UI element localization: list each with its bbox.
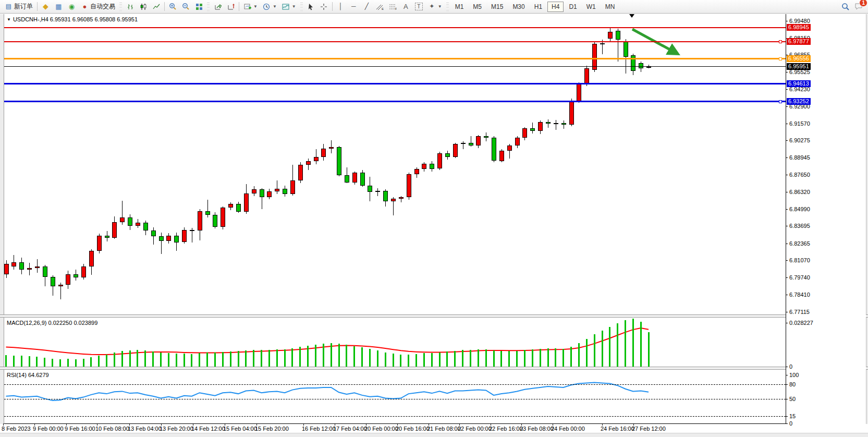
indicator-list-button[interactable]	[211, 1, 224, 13]
candle-chart-mode-button[interactable]	[137, 1, 150, 13]
macd-histogram-bar	[191, 354, 192, 367]
dropdown-caret-icon: ▼	[438, 4, 442, 9]
timeframe-button-m1[interactable]: M1	[451, 2, 468, 12]
time-label: 21 Feb 08:00	[427, 426, 461, 432]
text-label-tool-button[interactable]: T	[412, 1, 425, 13]
zoom-in-button[interactable]	[166, 1, 179, 13]
macd-histogram-bar	[114, 353, 115, 367]
zoom-out-button[interactable]	[179, 1, 192, 13]
macd-histogram-bar	[284, 349, 286, 367]
candle	[213, 215, 217, 227]
candle	[445, 153, 450, 157]
macd-histogram-bar	[5, 355, 7, 367]
tile-windows-button[interactable]	[192, 1, 205, 13]
template-button[interactable]: ▼	[279, 1, 299, 13]
macd-histogram-bar	[400, 355, 401, 367]
cursor-tool-button[interactable]	[304, 1, 317, 13]
price-line[interactable]	[4, 101, 786, 102]
candle	[407, 174, 411, 198]
macd-histogram-bar	[98, 356, 100, 367]
vertical-line-tool-button[interactable]: │	[334, 1, 347, 13]
price-tick-label: 6.79740	[789, 274, 810, 281]
rsi-tick	[786, 399, 788, 399]
timeframe-button-h4[interactable]: H4	[547, 2, 564, 12]
new-chart-button[interactable]: ▼	[241, 1, 260, 13]
macd-histogram-bar	[470, 350, 471, 367]
fibonacci-tool-button[interactable]: F	[386, 1, 399, 13]
svg-text:F: F	[395, 7, 397, 10]
candle	[267, 191, 272, 197]
autotrade-button[interactable]: ● 自动交易	[78, 1, 118, 13]
macd-histogram-bar	[230, 351, 231, 367]
rsi-level-line	[4, 384, 786, 385]
horizontal-line-tool-button[interactable]: ─	[347, 1, 360, 13]
macd-histogram-bar	[485, 349, 487, 367]
candle	[159, 236, 164, 241]
toolbar: ▤ 新订单 ◆ ▦ ◉ ● 自动交易	[0, 0, 868, 14]
macd-histogram-bar	[439, 353, 441, 367]
price-tick-label: 6.87650	[789, 172, 810, 178]
trendline-tool-button[interactable]: ╱	[360, 1, 373, 13]
bar-chart-mode-button[interactable]	[124, 1, 137, 13]
price-line[interactable]	[4, 27, 786, 28]
candle-wick	[602, 40, 603, 54]
timeframe-button-m15[interactable]: M15	[487, 2, 507, 12]
candle	[166, 236, 171, 241]
candle-wick	[556, 120, 556, 130]
candle	[515, 138, 520, 145]
text-tool-button[interactable]: A	[399, 1, 412, 13]
price-line-marker[interactable]	[779, 57, 782, 60]
line-chart-mode-button[interactable]	[150, 1, 163, 13]
timeframe-button-d1[interactable]: D1	[565, 2, 581, 12]
macd-histogram-bar	[540, 349, 541, 367]
strategy-signal-button[interactable]: ◉	[65, 1, 78, 13]
arrows-tool-button[interactable]: ✦ ▼	[425, 1, 445, 13]
symbol-dropdown-icon[interactable]: ▼	[7, 17, 11, 22]
price-line[interactable]	[4, 66, 786, 67]
notifications-button[interactable]: 1	[852, 1, 865, 13]
chart-shift-button[interactable]	[224, 1, 237, 13]
candle	[577, 84, 581, 101]
dropdown-caret-icon: ▼	[273, 4, 277, 9]
timeframe-button-mn[interactable]: MN	[601, 2, 619, 12]
price-axis[interactable]	[786, 14, 866, 423]
price-line-marker[interactable]	[779, 100, 782, 103]
channel-tool-button[interactable]: E	[373, 1, 386, 13]
price-line-marker[interactable]	[779, 40, 782, 43]
price-tick	[786, 124, 788, 124]
timeframe-button-m5[interactable]: M5	[469, 2, 486, 12]
svg-text:E: E	[382, 7, 384, 10]
candle	[143, 223, 148, 230]
market-watch-button[interactable]: ◆	[39, 1, 52, 13]
price-line-badge: 6.97877	[787, 38, 811, 45]
time-label: 13 Feb 04:00	[128, 426, 162, 432]
price-line[interactable]	[4, 83, 786, 84]
candle	[522, 128, 527, 138]
new-chart-icon	[243, 3, 251, 10]
macd-histogram-bar	[570, 347, 572, 367]
new-order-button[interactable]: ▤ 新订单	[2, 1, 35, 13]
toolbar-separator	[332, 2, 333, 11]
timeframe-button-h1[interactable]: H1	[530, 2, 546, 12]
search-button[interactable]	[839, 1, 852, 13]
rsi-tick	[786, 375, 788, 375]
macd-histogram-bar	[52, 359, 53, 367]
candle	[368, 186, 372, 192]
macd-tick	[786, 323, 788, 323]
candle	[538, 122, 543, 131]
macd-histogram-bar	[331, 343, 332, 367]
rsi-pane[interactable]	[4, 370, 786, 423]
macd-histogram-bar	[129, 350, 131, 367]
timeframe-button-m30[interactable]: M30	[508, 2, 529, 12]
rsi-tick-label: 100	[789, 372, 799, 378]
crosshair-tool-button[interactable]	[317, 1, 331, 13]
data-window-button[interactable]: ▦	[52, 1, 65, 13]
period-button[interactable]: ▼	[260, 1, 279, 13]
price-line[interactable]	[4, 58, 786, 59]
macd-histogram-bar	[199, 353, 200, 367]
macd-histogram-bar	[361, 347, 363, 367]
price-line[interactable]	[4, 41, 786, 42]
timeframe-button-w1[interactable]: W1	[582, 2, 600, 12]
candle	[337, 147, 341, 175]
price-tick-label: 6.82365	[789, 240, 810, 247]
